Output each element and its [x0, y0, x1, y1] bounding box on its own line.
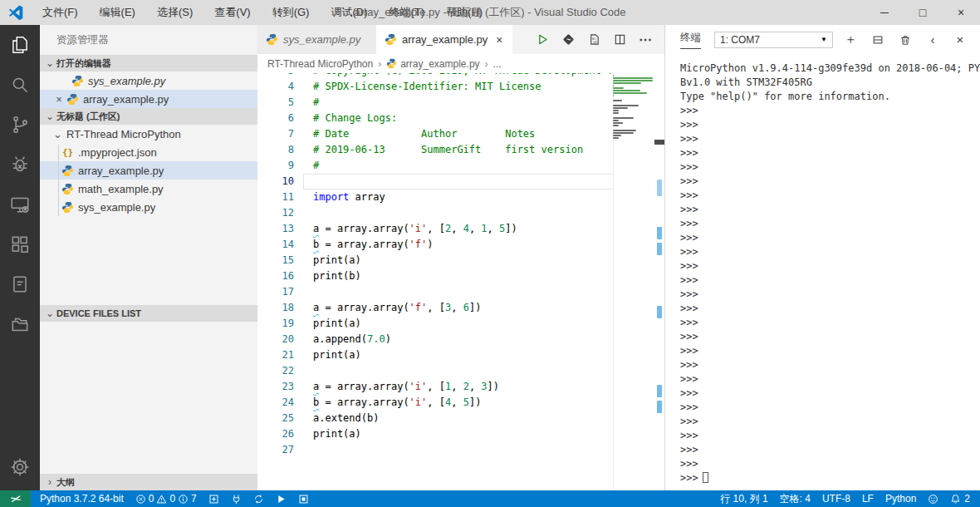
close-panel-icon[interactable]: × — [953, 33, 967, 47]
file-label: sys_example.py — [88, 75, 165, 87]
menu-item[interactable]: 文件(F) — [32, 0, 89, 25]
python-file-icon — [61, 165, 74, 177]
search-icon[interactable] — [0, 65, 40, 105]
open-editor-item[interactable]: ×array_example.py — [40, 90, 257, 108]
tab-terminal[interactable]: 终端 — [680, 31, 701, 49]
new-window-icon[interactable] — [203, 490, 225, 507]
new-terminal-icon[interactable]: ＋ — [844, 33, 857, 47]
source-control-icon[interactable] — [0, 105, 40, 145]
section-open-editors[interactable]: ⌄ 打开的编辑器 — [40, 55, 257, 71]
download-to-device-icon[interactable] — [561, 32, 576, 47]
folders-icon[interactable] — [0, 304, 40, 344]
file-tree-item[interactable]: array_example.py — [40, 161, 257, 180]
code-viewport[interactable]: 3# Copyright (c) 2006-2019, RT-Thread De… — [257, 73, 613, 490]
binary-file-icon[interactable]: 0110 — [586, 32, 601, 47]
breadcrumb-symbol[interactable]: ... — [493, 58, 502, 70]
vscode-logo — [8, 5, 23, 20]
breadcrumb-file[interactable]: array_example.py — [400, 58, 479, 70]
error-icon — [135, 494, 146, 505]
eol-sequence[interactable]: LF — [856, 493, 880, 505]
file-tree-item[interactable]: {}.mpyproject.json — [40, 143, 257, 161]
code-line: 14b = array.array('f') — [257, 237, 613, 253]
menu-item[interactable]: 帮助(H) — [435, 0, 493, 25]
language-mode[interactable]: Python — [880, 493, 922, 505]
more-actions-icon[interactable]: ⋯ — [638, 32, 653, 47]
stop-icon[interactable] — [292, 490, 315, 507]
menu-item[interactable]: 编辑(E) — [89, 0, 146, 25]
python-file-icon — [266, 33, 278, 46]
menu-item[interactable]: 转到(G) — [262, 0, 321, 25]
code-line: 10 — [257, 174, 613, 190]
section-device-files[interactable]: ⌄ DEVICE FILES LIST — [40, 305, 257, 322]
code-line: 15print(a) — [257, 253, 613, 268]
sidebar-explorer: 资源管理器 ⌄ 打开的编辑器 sys_example.py×array_exam… — [40, 25, 257, 490]
overview-ruler-marker — [657, 243, 662, 255]
overview-ruler-marker — [657, 401, 662, 413]
minimize-icon[interactable]: ─ — [865, 0, 904, 25]
menu-item[interactable]: 查看(V) — [203, 0, 261, 25]
tab-array-example[interactable]: array_example.py × — [376, 25, 512, 54]
play-icon[interactable] — [270, 490, 292, 507]
file-tree-item[interactable]: sys_example.py — [40, 198, 257, 216]
code-line: 16print(b) — [257, 268, 613, 284]
cursor-position[interactable]: 行 10, 列 1 — [714, 492, 773, 506]
file-label: array_example.py — [83, 93, 169, 106]
python-interpreter[interactable]: Python 3.7.2 64-bit — [34, 490, 130, 507]
chevron-right-icon: › — [43, 476, 56, 488]
section-outline[interactable]: › 大纲 — [40, 474, 257, 490]
workspace-file-list: {}.mpyproject.jsonarray_example.pymath_e… — [40, 143, 257, 216]
tab-sys-example[interactable]: sys_example.py — [257, 25, 376, 54]
code-line: 11import array — [257, 190, 613, 205]
terminal-select[interactable]: 1: COM7 ▼ — [714, 32, 833, 48]
folder-rt-thread-micropython[interactable]: ⌄ RT-Thread MicroPython — [40, 125, 257, 143]
split-terminal-icon[interactable] — [871, 33, 884, 47]
close-icon[interactable]: × — [942, 0, 980, 25]
overview-ruler — [656, 73, 664, 490]
open-editor-item[interactable]: sys_example.py — [40, 71, 257, 90]
editor-group: sys_example.py array_example.py × 0110 — [257, 25, 664, 490]
code-line: 24b = array.array('i', [4, 5]) — [257, 395, 613, 411]
titlebar: 文件(F)编辑(E)选择(S)查看(V)转到(G)调试(D)终端(T)帮助(H)… — [0, 0, 980, 25]
document-icon[interactable] — [0, 264, 40, 304]
section-workspace[interactable]: ⌄ 无标题 (工作区) — [40, 108, 257, 125]
extensions-icon[interactable] — [0, 224, 40, 264]
breadcrumb-folder[interactable]: RT-Thread MicroPython — [267, 58, 373, 70]
terminal-output[interactable]: MicroPython v1.9.4-114-g309fe39d on 2018… — [665, 54, 980, 490]
problems-indicator[interactable]: 0 0 7 — [130, 490, 203, 507]
sync-icon[interactable] — [247, 490, 270, 507]
file-tree-item[interactable]: math_example.py — [40, 180, 257, 198]
chevron-right-icon: › — [485, 58, 488, 70]
kill-terminal-icon[interactable] — [899, 33, 912, 47]
python-file-icon — [71, 75, 84, 87]
encoding[interactable]: UTF-8 — [816, 493, 856, 505]
close-icon[interactable]: × — [51, 93, 66, 106]
overview-ruler-marker — [657, 385, 662, 397]
code-line: 23a = array.array('i', [1, 2, 3]) — [257, 379, 613, 395]
feedback-smiley-icon[interactable] — [922, 494, 944, 505]
code-line: 25a.extend(b) — [257, 411, 613, 426]
panel-actions: ＋ ‹ × — [844, 33, 980, 47]
code-line: 17 — [257, 284, 613, 300]
minimap[interactable] — [613, 75, 654, 142]
code-line: 9# — [257, 158, 613, 174]
remote-connection-icon[interactable]: >< — [0, 490, 31, 507]
plug-icon[interactable] — [225, 490, 247, 507]
indentation[interactable]: 空格: 4 — [774, 492, 816, 506]
maximize-icon[interactable]: □ — [904, 0, 942, 25]
close-tab-icon[interactable]: × — [496, 33, 502, 47]
notifications-bell[interactable]: 2 — [944, 493, 980, 505]
menu-item[interactable]: 终端(T) — [378, 0, 435, 25]
collapse-panel-icon[interactable]: ‹ — [926, 33, 939, 47]
menu-item[interactable]: 调试(D) — [320, 0, 378, 25]
run-icon[interactable] — [535, 32, 550, 47]
explorer-icon[interactable] — [0, 25, 40, 65]
menu-item[interactable]: 选择(S) — [146, 0, 203, 25]
settings-gear-icon[interactable] — [0, 447, 40, 487]
split-editor-icon[interactable] — [612, 32, 627, 47]
terminal-cursor — [703, 472, 708, 483]
chevron-down-icon: ⌄ — [43, 111, 56, 122]
debug-icon[interactable] — [0, 145, 40, 185]
device-monitor-icon[interactable] — [0, 185, 40, 224]
status-bar: >< Python 3.7.2 64-bit 0 0 7 行 10, 列 1 空… — [0, 490, 980, 507]
code-line: 3# Copyright (c) 2006-2019, RT-Thread De… — [257, 73, 613, 79]
